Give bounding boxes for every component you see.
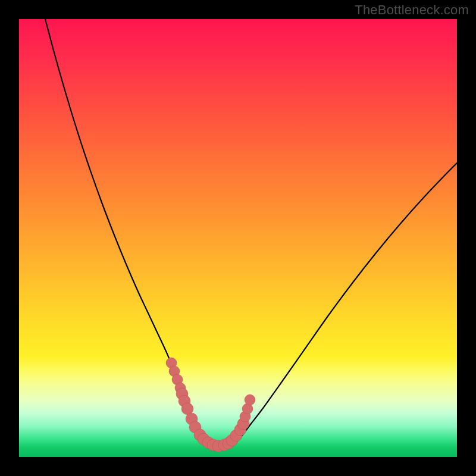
watermark-text: TheBottleneck.com	[355, 2, 469, 18]
chart-stage: TheBottleneck.com	[0, 0, 476, 476]
gradient-background	[19, 19, 457, 457]
plot-area	[19, 19, 457, 457]
